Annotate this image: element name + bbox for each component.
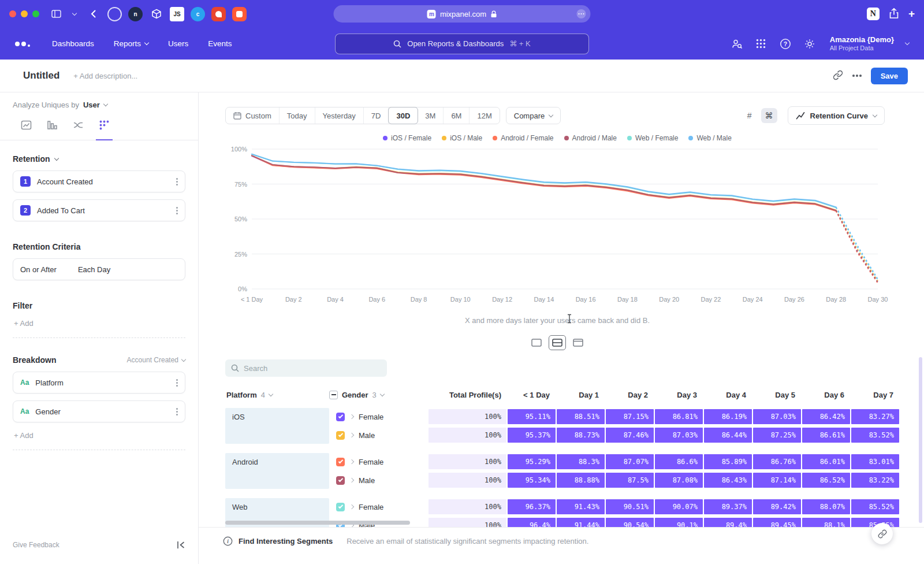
gender-cell[interactable]: Male: [329, 476, 427, 485]
gender-cell[interactable]: Female: [329, 503, 427, 511]
table-search-input[interactable]: [244, 364, 371, 373]
retention-cell[interactable]: 96.37%: [508, 499, 556, 514]
extension-icon[interactable]: JS: [170, 7, 184, 21]
analyze-entity-selector[interactable]: User: [83, 101, 100, 109]
criteria-interval[interactable]: Each Day: [78, 265, 110, 274]
range-today[interactable]: Today: [280, 107, 315, 124]
step-event-name[interactable]: Added To Cart: [37, 206, 85, 215]
retention-cell[interactable]: 87.15%: [606, 409, 654, 424]
retention-cell[interactable]: 95.34%: [508, 473, 556, 488]
retention-cell[interactable]: 86.19%: [704, 409, 752, 424]
breakdown-scope-selector[interactable]: Account Created: [127, 356, 185, 364]
layout-table-only-button[interactable]: [569, 335, 587, 350]
retention-cell[interactable]: 85.52%: [851, 499, 899, 514]
user-search-icon[interactable]: [731, 38, 743, 50]
legend-item[interactable]: Android / Female: [493, 134, 553, 142]
breakdown-menu-icon[interactable]: [176, 382, 178, 384]
project-switcher[interactable]: Amazonia {Demo} All Project Data: [830, 35, 894, 53]
retention-cell[interactable]: 86.61%: [802, 428, 850, 443]
retention-cell[interactable]: 87.25%: [753, 428, 801, 443]
new-tab-icon[interactable]: +: [908, 8, 915, 20]
help-icon[interactable]: ?: [779, 38, 792, 50]
annotations-icon[interactable]: ⌘: [761, 108, 777, 123]
extension-icon[interactable]: [232, 7, 247, 21]
chart-area[interactable]: 100%75%50%25%0%< 1 DayDay 2Day 4Day 6Day…: [225, 144, 924, 310]
horizontal-scrollbar[interactable]: [225, 521, 410, 525]
address-bar[interactable]: m mixpanel.com: [334, 5, 591, 23]
series-checkbox[interactable]: [336, 476, 345, 485]
retention-cell[interactable]: 89.37%: [704, 499, 752, 514]
retention-chart[interactable]: 100%75%50%25%0%< 1 DayDay 2Day 4Day 6Day…: [225, 144, 907, 309]
retention-cell[interactable]: 86.42%: [802, 409, 850, 424]
criteria-row[interactable]: On or After Each Day: [13, 258, 185, 280]
retention-cell[interactable]: 87.03%: [655, 428, 703, 443]
step-menu-icon[interactable]: [176, 210, 178, 212]
retention-cell[interactable]: 95.29%: [508, 454, 556, 469]
expand-chevron-icon[interactable]: [349, 459, 354, 464]
retention-cell[interactable]: 86.6%: [655, 454, 703, 469]
maximize-window-button[interactable]: [32, 10, 39, 17]
day-column-header[interactable]: Day 2: [605, 391, 654, 399]
retention-cell[interactable]: 86.01%: [802, 454, 850, 469]
platform-column-header[interactable]: Platform 4: [225, 391, 329, 399]
more-options-icon[interactable]: [856, 75, 858, 77]
layout-split-button[interactable]: [549, 335, 566, 350]
close-window-button[interactable]: [9, 10, 16, 17]
retention-cell[interactable]: 88.88%: [557, 473, 605, 488]
range-3m[interactable]: 3M: [418, 107, 444, 124]
retention-cell[interactable]: 83.27%: [851, 409, 899, 424]
step-menu-icon[interactable]: [176, 181, 178, 183]
series-checkbox[interactable]: [336, 413, 345, 421]
compare-button[interactable]: Compare: [506, 107, 561, 124]
legend-item[interactable]: iOS / Male: [442, 134, 482, 142]
gender-column-header[interactable]: Gender 3: [329, 391, 427, 399]
platform-cell[interactable]: Android: [225, 453, 329, 489]
retention-cell[interactable]: 90.51%: [606, 499, 654, 514]
tab-funnels[interactable]: [47, 120, 58, 140]
mixpanel-logo[interactable]: [15, 41, 30, 47]
retention-cell[interactable]: 88.51%: [557, 409, 605, 424]
legend-item[interactable]: Android / Male: [564, 134, 617, 142]
retention-cell[interactable]: 95.37%: [508, 428, 556, 443]
expand-chevron-icon[interactable]: [349, 504, 354, 509]
settings-gear-icon[interactable]: [803, 38, 816, 50]
retention-cell[interactable]: 86.52%: [802, 473, 850, 488]
criteria-condition[interactable]: On or After: [20, 265, 57, 274]
platform-cell[interactable]: iOS: [225, 408, 329, 444]
expand-chevron-icon[interactable]: [349, 433, 354, 437]
series-checkbox[interactable]: [336, 431, 345, 440]
expand-chevron-icon[interactable]: [349, 414, 354, 419]
tab-insights[interactable]: [21, 120, 32, 140]
vertical-scrollbar[interactable]: [919, 357, 922, 523]
give-feedback-link[interactable]: Give Feedback: [13, 541, 59, 549]
nav-events[interactable]: Events: [208, 39, 232, 48]
retention-cell[interactable]: 85.89%: [704, 454, 752, 469]
breakdown-row[interactable]: Aa Platform: [13, 372, 185, 394]
floating-share-button[interactable]: [871, 523, 893, 544]
segments-title[interactable]: Find Interesting Segments: [239, 537, 333, 546]
retention-cell[interactable]: 83.01%: [851, 454, 899, 469]
grid-values-icon[interactable]: #: [742, 108, 758, 123]
tab-retention[interactable]: [99, 120, 110, 140]
extension-icon[interactable]: c: [191, 7, 205, 21]
retention-cell[interactable]: 87.5%: [606, 473, 654, 488]
retention-cell[interactable]: 88.07%: [802, 499, 850, 514]
layout-chart-only-button[interactable]: [528, 335, 545, 350]
nav-users[interactable]: Users: [168, 39, 188, 48]
retention-cell[interactable]: 90.07%: [655, 499, 703, 514]
expand-chevron-icon[interactable]: [349, 478, 354, 483]
add-description[interactable]: + Add description...: [73, 72, 137, 80]
total-profiles-header[interactable]: Total Profile(s): [429, 391, 506, 399]
share-icon[interactable]: [889, 8, 899, 21]
retention-cell[interactable]: 86.44%: [704, 428, 752, 443]
breakdown-property-name[interactable]: Gender: [35, 407, 60, 416]
range-7d[interactable]: 7D: [364, 107, 389, 124]
retention-cell[interactable]: 89.42%: [753, 499, 801, 514]
apps-grid-icon[interactable]: [755, 38, 767, 50]
retention-cell[interactable]: 87.07%: [606, 454, 654, 469]
day-column-header[interactable]: Day 5: [752, 391, 801, 399]
range-12m[interactable]: 12M: [470, 107, 499, 124]
range-30d[interactable]: 30D: [388, 107, 418, 124]
browser-back-icon[interactable]: [87, 8, 99, 20]
add-filter-button[interactable]: + Add: [13, 310, 185, 338]
